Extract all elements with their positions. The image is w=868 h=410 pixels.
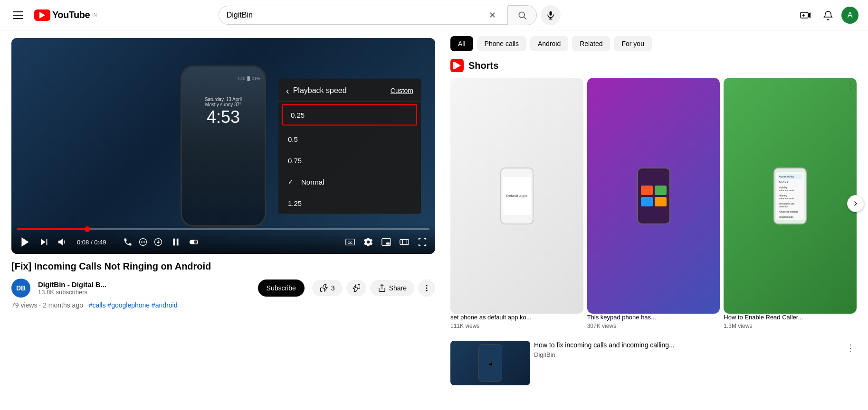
total-time: 0:49 [94,239,106,246]
fullscreen-button[interactable] [415,235,429,249]
notifications-button[interactable] [819,6,838,25]
playback-custom-button[interactable]: Custom [391,87,413,94]
youtube-logo-text: YouTube [52,9,90,20]
filter-chips: All Phone calls Android Related For you [450,36,857,51]
svg-rect-19 [177,239,179,246]
short-views-3: 1.3M views [724,323,857,329]
short-thumbnail-2[interactable] [587,78,720,314]
rec-thumb-bg: 📱 [450,341,530,385]
views-count: 79 views [11,301,37,309]
rec-thumbnail-1[interactable]: 📱 [450,341,530,385]
main-content: 4:53 ▐▌ 59% Saturday, 13 AprilMostly sun… [0,30,868,395]
rec-info-1: How to fix incoming calls and incoming c… [534,341,840,358]
svg-point-31 [426,290,428,291]
chip-related[interactable]: Related [572,36,610,51]
share-ctrl-button[interactable] [152,235,165,249]
next-button[interactable] [37,235,51,249]
action-group: 3 Share [312,280,435,297]
voice-search-button[interactable] [541,5,561,25]
dislike-button[interactable] [346,280,366,296]
playback-option-label: 0.75 [288,156,411,164]
play-icon [19,236,31,248]
rec-more-button-1[interactable]: ⋮ [844,341,857,355]
channel-avatar: DB [11,279,30,298]
channel-subscribers: 13.8K subscribers [38,289,250,296]
chip-android[interactable]: Android [530,36,568,51]
svg-text:CC: CC [348,241,353,245]
search-input[interactable] [227,11,485,19]
phone-ctrl-button[interactable] [121,235,134,249]
channel-name[interactable]: DigitBin - Digital B... [38,280,250,289]
playback-option-025[interactable]: 0.25 [282,104,417,125]
more-actions-button[interactable] [418,280,435,297]
short-thumbnail-1[interactable]: Default apps [450,78,583,314]
short-card-3: Accessibility TalkBack Visibility enhanc… [724,78,857,329]
svg-point-14 [141,242,143,243]
upload-time: 2 months ago [43,301,83,309]
playback-option-075[interactable]: 0.75 [278,149,421,171]
hamburger-button[interactable] [10,8,27,23]
video-player[interactable]: 4:53 ▐▌ 59% Saturday, 13 AprilMostly sun… [11,38,435,254]
header-left: YouTubeIN [10,8,97,23]
progress-bar[interactable] [17,228,429,230]
avatar[interactable]: A [841,7,858,24]
miniplayer-button[interactable] [379,235,393,249]
share-label: Share [389,284,407,292]
volume-button[interactable] [55,235,69,249]
subscribe-button[interactable]: Subscribe [258,280,305,297]
search-icon [517,10,527,20]
pause-center-button[interactable] [169,235,183,249]
shorts-next-button[interactable] [847,195,864,212]
channel-info: DigitBin - Digital B... 13.8K subscriber… [38,280,250,296]
theater-button[interactable] [397,235,411,249]
chip-phone-calls[interactable]: Phone calls [477,36,526,51]
shorts-section-title: Shorts [468,60,498,71]
share-button[interactable]: Share [370,280,414,296]
subtitles-button[interactable]: CC [343,235,357,249]
short-info-row-1: set phone as default app ko... 111K view… [450,314,583,329]
video-tags[interactable]: #calls #googlephone #android [89,301,178,309]
playback-option-05[interactable]: 0.5 [278,128,421,149]
message-ctrl-button[interactable] [136,235,150,249]
svg-point-15 [143,242,144,243]
chip-all[interactable]: All [450,36,473,51]
share-icon [153,237,163,247]
search-button[interactable] [508,5,537,25]
short-thumbnail-3[interactable]: Accessibility TalkBack Visibility enhanc… [724,78,857,314]
current-time: 0:08 [77,239,89,246]
playback-back-button[interactable]: ‹ [286,85,289,96]
svg-rect-2 [549,11,552,15]
svg-rect-26 [400,240,409,245]
phone-date: Saturday, 13 AprilMostly sunny 37° [205,97,242,107]
like-button[interactable]: 3 [312,280,343,296]
svg-marker-9 [21,238,29,247]
youtube-logo[interactable]: YouTubeIN [34,9,97,21]
toggle-button[interactable] [187,235,201,249]
miniplayer-icon [381,237,391,247]
shorts-grid-container: Default apps set phone as default app ko… [450,78,857,329]
svg-point-16 [144,242,146,243]
playback-option-normal[interactable]: Normal [278,171,421,192]
playback-speed-overlay: ‹ Playback speed Custom 0.25 0.5 0.75 No [278,78,421,214]
short-more-button-3[interactable]: ⋮ [846,80,855,90]
right-controls: CC [343,235,429,249]
short-title-area-1: set phone as default app ko... 111K view… [450,314,583,329]
create-button[interactable] [796,6,815,25]
settings-button[interactable] [361,235,375,249]
short-card-1: Default apps set phone as default app ko… [450,78,583,329]
shorts-logo-icon [450,59,464,72]
rec-channel-1: DigitBin [534,351,840,358]
more-icon [422,284,431,292]
play-button[interactable] [17,234,33,250]
progress-fill [17,228,87,230]
playback-option-125[interactable]: 1.25 [278,192,421,214]
svg-rect-18 [173,239,175,246]
time-ago: · [39,301,43,309]
short-info-row-2: This keypad phone has... 307K views ⋮ [587,314,720,329]
chip-for-you[interactable]: For you [614,36,651,51]
search-clear-button[interactable]: ✕ [485,10,500,20]
svg-rect-11 [47,239,48,245]
next-icon [39,237,49,247]
toggle-icon [189,237,199,247]
playback-option-label: 1.25 [288,199,411,207]
